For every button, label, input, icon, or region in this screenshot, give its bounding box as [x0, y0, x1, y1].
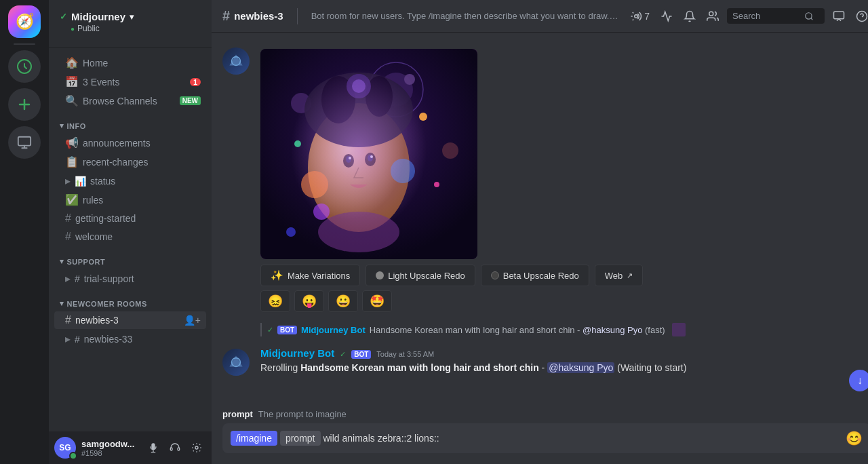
channel-hash-icon: # — [222, 8, 230, 24]
message-group-image: ✨ Make Variations Light Upscale Redo Bet… — [212, 43, 868, 315]
status-icon: ▸ — [65, 174, 71, 187]
inbox-button[interactable] — [830, 7, 848, 25]
avatar-area — [222, 46, 250, 312]
events-icon: 📅 — [65, 75, 79, 88]
server-divider — [14, 43, 35, 45]
light-upscale-redo-button[interactable]: Light Upscale Redo — [366, 265, 475, 286]
channel-recent-changes[interactable]: 📋 recent-changes — [54, 153, 206, 171]
notification-button[interactable] — [681, 7, 698, 25]
newbies33-icon: ▸ — [65, 332, 71, 345]
svg-rect-7 — [834, 12, 844, 19]
newbies3-hash-icon: # — [65, 314, 71, 326]
channel-rules[interactable]: ✅ rules — [54, 191, 206, 209]
emoji-picker-button[interactable]: 😊 — [840, 425, 868, 452]
avatar-area-2 — [222, 347, 250, 376]
server-status: Public — [77, 24, 100, 33]
scroll-to-bottom[interactable]: ↓ — [849, 370, 868, 391]
prompt-label: prompt — [222, 409, 253, 419]
make-variations-button[interactable]: ✨ Make Variations — [260, 265, 360, 286]
message-group-rerolling: Midjourney Bot ✓ BOT Today at 3:55 AM Re… — [212, 345, 868, 379]
ref-content: ✓ BOT Midjourney Bot Handsome Korean man… — [260, 323, 868, 339]
settings-button[interactable] — [187, 438, 206, 457]
channel-getting-started[interactable]: # getting-started — [54, 210, 206, 227]
home-icon: 🏠 — [65, 56, 79, 69]
svg-rect-1 — [18, 137, 31, 146]
browse-badge: NEW — [180, 96, 201, 105]
chevron-down-icon: ▾ — [130, 12, 134, 22]
channel-announcements[interactable]: 📢 announcements — [54, 134, 206, 152]
category-newcomer[interactable]: ▾ NEWCOMER ROOMS — [49, 288, 212, 311]
user-avatar: SG — [54, 437, 76, 459]
midjourney-server-icon[interactable]: 🧭 — [8, 5, 41, 38]
bot-message-author: Midjourney Bot — [260, 347, 334, 359]
message-header-bot: Midjourney Bot ✓ BOT Today at 3:55 AM — [260, 347, 868, 359]
add-server-icon[interactable] — [8, 88, 41, 121]
message-input[interactable] — [323, 433, 841, 444]
events-badge: 1 — [190, 78, 201, 86]
category-support[interactable]: ▾ SUPPORT — [49, 246, 212, 269]
svg-point-5 — [709, 12, 713, 16]
signal-boost-button[interactable]: 7 — [627, 7, 652, 25]
prompt-hint-text: The prompt to imagine — [258, 409, 347, 419]
message-content-rerolling: Midjourney Bot ✓ BOT Today at 3:55 AM Re… — [260, 347, 868, 376]
hash-icon: # — [75, 273, 80, 284]
channel-status[interactable]: ▸ 📊 status — [54, 172, 206, 190]
svg-point-4 — [195, 446, 198, 449]
channel-newbies-33[interactable]: ▸ # newbies-33 — [54, 330, 206, 348]
sidebar-item-events[interactable]: 📅 3 Events 1 — [54, 73, 206, 91]
help-button[interactable] — [853, 7, 868, 25]
message-input-area: /imagine prompt 😊 — [212, 423, 868, 464]
messages-area[interactable]: ✨ Make Variations Light Upscale Redo Bet… — [212, 33, 868, 405]
rerolling-message-text: Rerolling Handsome Korean man with long … — [260, 362, 868, 374]
ref-message-text: Handsome Korean man with long hair and s… — [370, 325, 665, 335]
headphone-button[interactable] — [165, 438, 184, 457]
reaction-tongue[interactable]: 😛 — [294, 290, 324, 312]
message-content-image: ✨ Make Variations Light Upscale Redo Bet… — [260, 46, 868, 312]
channel-trial-support[interactable]: ▸ # trial-support — [54, 269, 206, 288]
microphone-button[interactable] — [144, 438, 163, 457]
server-name-text: Midjourney — [71, 11, 125, 22]
members-button[interactable] — [704, 7, 722, 25]
username: samgoodw... — [81, 439, 138, 449]
bot-verified-icon: ✓ — [340, 350, 346, 359]
mention[interactable]: @haksung Pyo — [547, 362, 614, 373]
download-apps-icon[interactable] — [8, 126, 41, 159]
channel-newbies-3[interactable]: # newbies-3 👤+ — [54, 311, 206, 329]
make-variations-icon: ✨ — [271, 269, 283, 282]
channel-welcome[interactable]: # welcome — [54, 228, 206, 246]
reaction-starstruck[interactable]: 🤩 — [362, 290, 392, 312]
search-icon — [804, 12, 814, 21]
search-box — [727, 8, 825, 24]
add-member-icon[interactable]: 👤+ — [184, 315, 201, 326]
ref-author-name: Midjourney Bot — [301, 325, 366, 335]
svg-point-34 — [286, 227, 296, 237]
bot-avatar — [222, 47, 250, 75]
web-button[interactable]: Web ↗ — [595, 265, 644, 286]
activity-button[interactable] — [658, 7, 675, 25]
command-param-label: prompt — [280, 431, 321, 446]
svg-point-15 — [442, 142, 458, 159]
sidebar-item-browse[interactable]: 🔍 Browse Channels NEW — [54, 92, 206, 110]
getting-started-icon: # — [65, 212, 71, 225]
server-sidebar: 🧭 — [0, 0, 49, 464]
sidebar-item-home[interactable]: 🏠 Home — [54, 54, 206, 72]
browse-icon: 🔍 — [65, 94, 79, 107]
message-group-ref: ✓ BOT Midjourney Bot Handsome Korean man… — [212, 320, 868, 342]
status-channel-icon2: 📊 — [75, 176, 86, 187]
search-input[interactable] — [732, 11, 800, 21]
chat-image-container — [260, 49, 868, 259]
explore-public-servers-icon[interactable] — [8, 50, 41, 83]
reaction-annoyed[interactable]: 😖 — [260, 290, 290, 312]
verified-ref-icon: ✓ — [267, 326, 273, 334]
user-info: samgoodw... #1598 — [81, 439, 138, 457]
generated-image — [260, 49, 477, 259]
welcome-icon: # — [65, 231, 71, 243]
reaction-grinning[interactable]: 😀 — [328, 290, 358, 312]
category-info[interactable]: ▾ INFO — [49, 111, 212, 133]
newbies33-hash-icon: # — [75, 334, 80, 345]
svg-point-6 — [806, 12, 812, 18]
server-header[interactable]: ✓ Midjourney ▾ ● Public — [49, 0, 212, 47]
beta-upscale-redo-button[interactable]: Beta Upscale Redo — [481, 265, 589, 286]
recent-changes-icon: 📋 — [65, 155, 79, 168]
message-input-box: /imagine prompt 😊 — [222, 423, 868, 453]
